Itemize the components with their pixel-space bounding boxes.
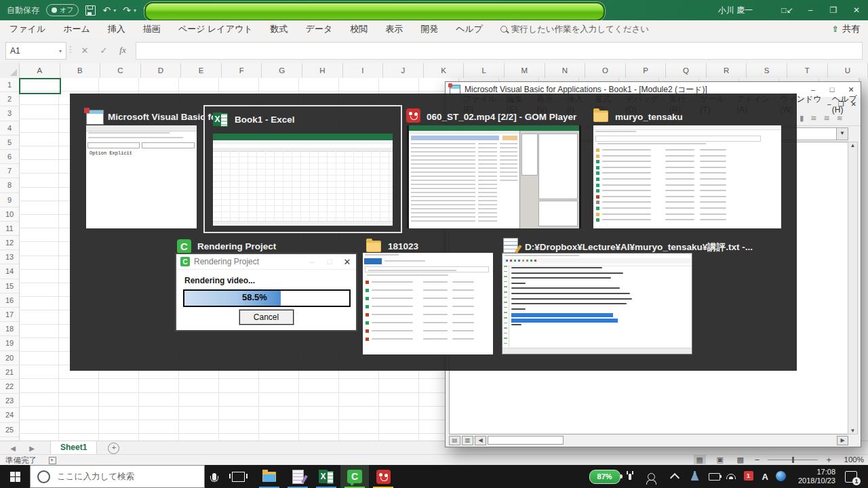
vba-horizontal-scrollbar[interactable]: ▤ ▥ ◀ ▶ — [449, 436, 848, 445]
switcher-label-excel[interactable]: Book1 - Excel — [235, 115, 295, 125]
new-sheet-button[interactable]: + — [108, 443, 119, 454]
select-all-corner[interactable] — [0, 63, 20, 78]
row-header-23[interactable]: 23 — [0, 394, 19, 408]
share-button[interactable]: ⇧ 共有 — [832, 20, 860, 38]
taskbar-excel[interactable]: X — [312, 465, 340, 488]
column-header-I[interactable]: I — [343, 63, 384, 78]
column-header-M[interactable]: M — [505, 63, 545, 78]
power-plug-icon[interactable] — [629, 474, 631, 480]
column-header-U[interactable]: U — [828, 63, 868, 78]
row-header-24[interactable]: 24 — [0, 408, 19, 422]
column-header-E[interactable]: E — [181, 63, 222, 78]
row-header-2[interactable]: 2 — [0, 92, 19, 106]
taskbar-text-editor[interactable] — [283, 465, 312, 488]
vba-split-button[interactable]: ▥ — [462, 436, 473, 445]
switcher-thumb-gom[interactable] — [407, 125, 581, 228]
name-box-dropdown-icon[interactable]: ▾ — [59, 48, 62, 54]
sheet-tab-sheet1[interactable]: Sheet1 — [50, 441, 97, 455]
switcher-thumb-vba[interactable]: Option Explicit — [86, 125, 197, 228]
vba-scroll-left-icon[interactable]: ◀ — [475, 436, 486, 445]
column-header-D[interactable]: D — [141, 63, 182, 78]
row-header-11[interactable]: 11 — [0, 222, 19, 236]
ribbon-tab-1[interactable]: ホーム — [63, 23, 90, 35]
row-header-19[interactable]: 19 — [0, 336, 19, 350]
ime-mode-indicator[interactable]: A — [762, 472, 768, 482]
battery-percent-indicator[interactable]: 87% — [589, 470, 620, 484]
tray-expand-icon[interactable] — [669, 473, 679, 483]
vba-toolbar-icon[interactable]: ≊ — [824, 114, 830, 123]
sheet-nav-left-icon[interactable]: ◀ — [7, 445, 19, 452]
undo-icon[interactable]: ↶ — [102, 5, 111, 15]
undo-dropdown-icon[interactable]: ▾ — [113, 7, 116, 14]
column-header-Q[interactable]: Q — [666, 63, 707, 78]
maximize-button[interactable]: ❐ — [822, 0, 845, 20]
column-header-R[interactable]: R — [707, 63, 747, 78]
switcher-thumb-muryo[interactable] — [593, 125, 781, 228]
row-header-17[interactable]: 17 — [0, 308, 19, 322]
insert-function-icon[interactable]: fx — [114, 42, 132, 58]
enter-entry-icon[interactable]: ✓ — [95, 42, 113, 58]
row-header-15[interactable]: 15 — [0, 279, 19, 293]
dropdown-icon[interactable]: ▼ — [836, 128, 848, 140]
switcher-thumb-excel[interactable] — [213, 134, 393, 226]
row-header-5[interactable]: 5 — [0, 136, 19, 150]
switcher-thumb-kouhyou[interactable] — [502, 253, 692, 354]
ribbon-tab-10[interactable]: ヘルプ — [456, 23, 483, 35]
vba-vertical-scrollbar[interactable]: ▲ ▼ — [848, 142, 858, 434]
ime-globe-icon[interactable] — [776, 471, 787, 482]
column-header-N[interactable]: N — [545, 63, 586, 78]
column-header-J[interactable]: J — [383, 63, 424, 78]
row-header-7[interactable]: 7 — [0, 164, 19, 178]
update-badge-icon[interactable]: 1 — [744, 471, 755, 482]
tell-me-search[interactable]: 実行したい作業を入力してください — [500, 24, 649, 35]
row-header-10[interactable]: 10 — [0, 207, 19, 222]
row-header-18[interactable]: 18 — [0, 322, 19, 336]
vba-split-button[interactable]: ▤ — [449, 436, 460, 445]
page-break-view-button[interactable]: ▩ — [734, 455, 747, 464]
ribbon-tab-7[interactable]: 校閲 — [350, 23, 368, 35]
zoom-slider[interactable] — [768, 460, 818, 460]
column-header-F[interactable]: F — [222, 63, 262, 78]
ribbon-tab-4[interactable]: ページ レイアウト — [178, 23, 253, 35]
row-header-13[interactable]: 13 — [0, 250, 19, 264]
taskbar-search[interactable]: ここに入力して検索 — [30, 465, 205, 488]
switcher-label-camtasia[interactable]: Rendering Project — [197, 241, 276, 251]
cancel-button[interactable]: Cancel — [239, 310, 294, 325]
vba-toolbar-icon[interactable]: ≋ — [837, 114, 843, 123]
column-header-B[interactable]: B — [60, 63, 101, 78]
ribbon-tab-2[interactable]: 挿入 — [108, 23, 125, 35]
row-header-14[interactable]: 14 — [0, 264, 19, 279]
column-header-S[interactable]: S — [747, 63, 787, 78]
task-view-button[interactable] — [224, 465, 252, 488]
battery-tray-icon[interactable] — [709, 471, 719, 482]
row-header-3[interactable]: 3 — [0, 106, 19, 121]
switcher-label-muryo[interactable]: muryo_tensaku — [615, 112, 683, 122]
vba-toolbar-icon[interactable]: ≊ — [810, 114, 816, 123]
dialog-close-icon[interactable]: ✕ — [338, 257, 356, 267]
switcher-label-kouhyou[interactable]: D:¥Dropbox¥Lecture¥AI¥muryo_tensaku¥講評.t… — [525, 241, 753, 253]
column-header-L[interactable]: L — [464, 63, 505, 78]
taskbar-camtasia-active[interactable]: C — [340, 465, 369, 488]
row-header-16[interactable]: 16 — [0, 293, 19, 308]
column-header-K[interactable]: K — [424, 63, 465, 78]
switcher-label-gom[interactable]: 060_ST_02.mp4 [2/2] - GOM Player — [427, 112, 576, 122]
people-icon[interactable] — [648, 473, 655, 481]
page-layout-view-button[interactable]: ▣ — [714, 455, 726, 464]
macro-record-icon[interactable] — [49, 457, 56, 464]
minimize-button[interactable]: – — [799, 0, 822, 20]
tray-app-icon[interactable] — [691, 471, 702, 482]
row-header-12[interactable]: 12 — [0, 236, 19, 250]
ribbon-tab-6[interactable]: データ — [306, 23, 333, 35]
row-header-22[interactable]: 22 — [0, 380, 19, 394]
taskbar-clock[interactable]: 17:08 2018/10/23 — [798, 468, 835, 485]
row-header-25[interactable]: 25 — [0, 423, 19, 437]
switcher-label-181023[interactable]: 181023 — [388, 241, 418, 251]
ribbon-tab-0[interactable]: ファイル — [9, 23, 45, 35]
save-icon[interactable] — [85, 5, 96, 16]
redo-dropdown-icon[interactable]: ▾ — [134, 7, 136, 14]
rendering-dialog[interactable]: C Rendering Project – □ ✕ Rendering vide… — [175, 253, 357, 331]
vba-hscroll-thumb[interactable] — [488, 436, 564, 445]
vba-scroll-up-icon[interactable]: ▲ — [850, 142, 856, 148]
column-header-A[interactable]: A — [20, 63, 60, 78]
row-header-8[interactable]: 8 — [0, 178, 19, 192]
